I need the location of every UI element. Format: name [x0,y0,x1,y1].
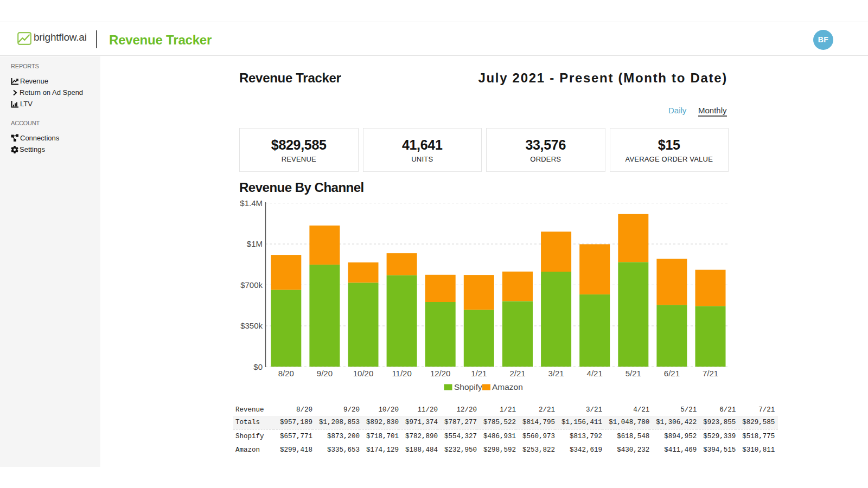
svg-text:11/20: 11/20 [392,369,411,378]
svg-text:10/20: 10/20 [353,369,374,378]
svg-text:$1.4M: $1.4M [240,198,263,208]
svg-text:7/21: 7/21 [703,369,718,378]
svg-text:4/21: 4/21 [587,369,603,378]
svg-text:$0: $0 [253,362,263,371]
svg-text:9/20: 9/20 [317,369,333,378]
svg-text:8/20: 8/20 [278,369,294,378]
svg-text:2/21: 2/21 [509,369,525,378]
svg-text:$350k: $350k [240,321,263,330]
svg-text:Shopify: Shopify [454,382,482,391]
svg-text:5/21: 5/21 [626,369,641,378]
svg-text:6/21: 6/21 [664,369,680,378]
svg-text:12/20: 12/20 [430,369,451,378]
svg-text:3/21: 3/21 [548,369,564,378]
svg-text:1/21: 1/21 [471,369,487,378]
svg-text:$700k: $700k [240,280,263,290]
svg-text:$1M: $1M [247,239,263,248]
svg-text:Amazon: Amazon [492,382,523,391]
